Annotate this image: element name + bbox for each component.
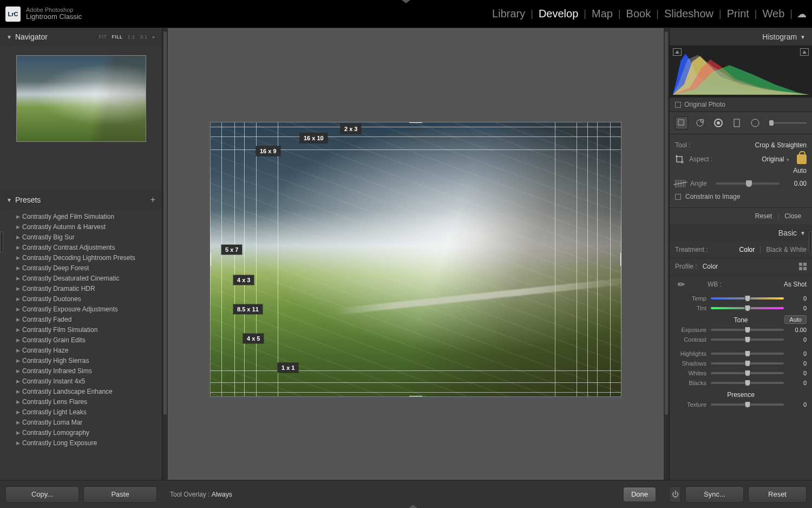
crop-corner-br[interactable] — [610, 386, 621, 397]
aspect-dropdown[interactable]: Original — [762, 155, 789, 163]
whites-slider[interactable] — [711, 372, 784, 374]
preset-folder[interactable]: ▶Contrastly Desaturated Cinematic — [13, 273, 162, 283]
angle-value[interactable]: 0.00 — [788, 180, 807, 187]
basic-header[interactable]: Basic▼ — [670, 224, 812, 242]
contrast-slider[interactable] — [711, 338, 784, 341]
module-slideshow[interactable]: Slideshow — [659, 8, 719, 20]
right-panel-grip[interactable] — [809, 231, 812, 253]
cloud-sync-icon[interactable]: ☁ — [797, 8, 807, 20]
histogram[interactable] — [670, 45, 812, 97]
add-preset-icon[interactable]: + — [150, 195, 155, 205]
preset-folder[interactable]: ▶Contrastly Decoding Lightroom Presets — [13, 252, 162, 263]
preset-folder[interactable]: ▶Contrastly Big Sur — [13, 232, 162, 242]
crop-handle-bottom[interactable] — [409, 396, 422, 397]
copy-button[interactable]: Copy... — [5, 486, 79, 503]
preset-folder[interactable]: ▶Contrastly Exposure Adjustments — [13, 304, 162, 314]
preset-folder[interactable]: ▶Contrastly Aged Film Simulation — [13, 211, 162, 222]
preset-folder[interactable]: ▶Contrastly Long Exposure — [13, 438, 162, 448]
tint-slider[interactable] — [711, 307, 784, 309]
preset-folder[interactable]: ▶Contrastly Haze — [13, 345, 162, 355]
constrain-toggle[interactable]: Constrain to Image — [675, 190, 807, 203]
preset-folder[interactable]: ▶Contrastly Contrast Adjustments — [13, 242, 162, 252]
aspect-lock-icon[interactable] — [797, 154, 807, 164]
nav-zoom-FILL[interactable]: FILL — [112, 34, 122, 40]
ratio-label[interactable]: 2 x 3 — [340, 124, 361, 134]
paste-button[interactable]: Paste — [83, 486, 157, 503]
crop-handle-right[interactable] — [620, 253, 621, 266]
angle-auto-button[interactable]: Auto — [793, 167, 807, 174]
highlights-slider[interactable] — [711, 353, 784, 355]
grad-filter-icon[interactable] — [730, 116, 743, 129]
shadows-slider[interactable] — [711, 362, 784, 364]
texture-slider[interactable] — [711, 403, 784, 406]
crop-close-button[interactable]: Close — [779, 212, 807, 220]
sync-button[interactable]: Sync... — [685, 486, 744, 503]
ratio-label[interactable]: 1 x 1 — [278, 363, 298, 373]
crop-corner-tl[interactable] — [210, 122, 221, 133]
module-map[interactable]: Map — [586, 8, 618, 20]
toggle-switch-icon[interactable]: ⏻ — [669, 486, 681, 503]
preset-folder[interactable]: ▶Contrastly Lomography — [13, 427, 162, 438]
tone-auto-button[interactable]: Auto — [784, 315, 807, 324]
module-web[interactable]: Web — [757, 8, 790, 20]
module-develop[interactable]: Develop — [533, 8, 584, 20]
preset-folder[interactable]: ▶Contrastly Grain Edits — [13, 335, 162, 345]
module-book[interactable]: Book — [621, 8, 657, 20]
left-panel-grip[interactable] — [0, 231, 3, 253]
preset-folder[interactable]: ▶Contrastly Infrared Sims — [13, 366, 162, 376]
preset-folder[interactable]: ▶Contrastly Dramatic HDR — [13, 283, 162, 294]
crop-handle-top[interactable] — [409, 122, 422, 123]
reset-button[interactable]: Reset — [748, 486, 807, 503]
crop-aspect-icon[interactable] — [675, 154, 685, 164]
preset-folder[interactable]: ▶Contrastly Loma Mar — [13, 417, 162, 427]
preset-folder[interactable]: ▶Contrastly Landscape Enhance — [13, 386, 162, 396]
profile-browser-icon[interactable] — [799, 263, 807, 270]
histogram-header[interactable]: Histogram▼ — [670, 28, 812, 45]
module-print[interactable]: Print — [722, 8, 755, 20]
preset-folder[interactable]: ▶Contrastly High Sierras — [13, 355, 162, 366]
ratio-label[interactable]: 16 x 9 — [256, 146, 280, 156]
navigator-thumbnail[interactable] — [16, 55, 146, 142]
right-scrollbar[interactable] — [664, 28, 669, 480]
spot-removal-icon[interactable] — [693, 116, 706, 129]
module-library[interactable]: Library — [487, 8, 531, 20]
navigator-header[interactable]: ▼ Navigator FITFILL1:13:1▸ — [0, 28, 162, 45]
done-button[interactable]: Done — [623, 487, 656, 502]
crop-reset-button[interactable]: Reset — [750, 212, 777, 220]
crop-handle-left[interactable] — [210, 253, 211, 266]
redeye-icon[interactable] — [712, 116, 725, 129]
original-photo-toggle[interactable]: Original Photo — [670, 97, 812, 112]
nav-zoom-more-icon[interactable]: ▸ — [153, 34, 156, 40]
presets-header[interactable]: ▼ Presets + — [0, 191, 162, 209]
ratio-label[interactable]: 4 x 5 — [243, 334, 264, 343]
ratio-label[interactable]: 16 x 10 — [300, 133, 328, 143]
preset-folder[interactable]: ▶Contrastly Light Leaks — [13, 407, 162, 417]
brush-size-slider[interactable] — [769, 122, 807, 123]
treatment-color[interactable]: Color — [739, 246, 755, 253]
exposure-slider[interactable] — [711, 329, 784, 331]
nav-zoom-FIT[interactable]: FIT — [99, 34, 107, 40]
wb-dropper-icon[interactable]: ✎ — [672, 276, 689, 292]
preset-folder[interactable]: ▶Contrastly Duotones — [13, 294, 162, 304]
filmstrip-expand-icon[interactable] — [409, 505, 417, 508]
nav-zoom-1-1[interactable]: 1:1 — [127, 34, 135, 40]
preset-folder[interactable]: ▶Contrastly Film Simulation — [13, 324, 162, 335]
blacks-slider[interactable] — [711, 382, 784, 384]
top-panel-expand-icon[interactable] — [402, 0, 410, 3]
temp-slider[interactable] — [711, 297, 784, 299]
preset-folder[interactable]: ▶Contrastly Deep Forest — [13, 263, 162, 273]
ratio-label[interactable]: 4 x 3 — [233, 275, 254, 285]
wb-dropdown[interactable]: As Shot — [784, 281, 807, 288]
left-scrollbar[interactable] — [162, 28, 168, 480]
preset-folder[interactable]: ▶Contrastly Instant 4x5 — [13, 376, 162, 386]
radial-filter-icon[interactable] — [749, 116, 762, 129]
tool-overlay-dropdown[interactable]: Always — [212, 491, 232, 498]
nav-zoom-3-1[interactable]: 3:1 — [140, 34, 147, 40]
crop-tool-icon[interactable] — [675, 116, 688, 129]
preset-folder[interactable]: ▶Contrastly Autumn & Harvest — [13, 222, 162, 232]
straighten-icon[interactable] — [675, 180, 686, 187]
preset-folder[interactable]: ▶Contrastly Lens Flares — [13, 396, 162, 407]
angle-slider[interactable] — [716, 183, 780, 185]
profile-dropdown[interactable]: Color — [703, 263, 718, 270]
treatment-bw[interactable]: Black & White — [760, 246, 807, 253]
